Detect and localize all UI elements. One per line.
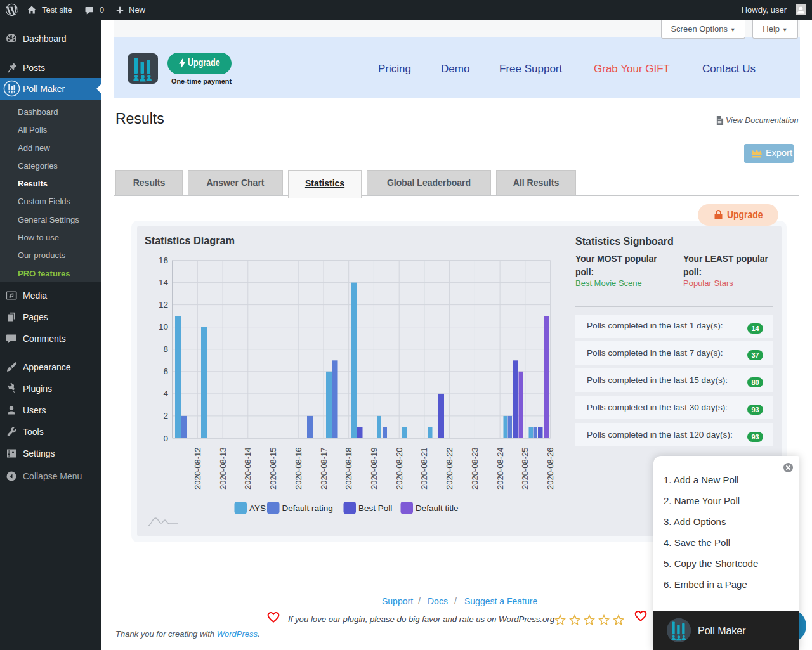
svg-text:4: 4: [163, 389, 168, 398]
svg-text:2: 2: [163, 411, 168, 420]
svg-text:2020-08-16: 2020-08-16: [294, 448, 303, 490]
svg-text:Default title: Default title: [416, 504, 459, 513]
svg-text:2020-08-18: 2020-08-18: [344, 448, 353, 490]
svg-text:2020-08-25: 2020-08-25: [520, 448, 530, 490]
svg-text:0: 0: [163, 434, 168, 443]
svg-text:2020-08-26: 2020-08-26: [546, 448, 555, 490]
svg-text:2020-08-12: 2020-08-12: [193, 448, 202, 490]
svg-text:2020-08-21: 2020-08-21: [419, 448, 429, 490]
svg-text:Best Poll: Best Poll: [358, 504, 392, 513]
svg-text:2020-08-15: 2020-08-15: [268, 448, 278, 490]
svg-text:10: 10: [159, 322, 168, 332]
svg-text:2020-08-20: 2020-08-20: [395, 448, 404, 490]
svg-text:Default rating: Default rating: [282, 504, 333, 513]
svg-text:14: 14: [159, 278, 169, 287]
svg-text:2020-08-17: 2020-08-17: [319, 448, 329, 490]
svg-text:2020-08-22: 2020-08-22: [445, 448, 454, 490]
svg-text:16: 16: [159, 256, 168, 265]
svg-text:6: 6: [163, 367, 168, 376]
svg-text:12: 12: [159, 300, 168, 309]
svg-text:AYS: AYS: [249, 504, 266, 513]
svg-text:8: 8: [163, 344, 168, 354]
svg-text:2020-08-23: 2020-08-23: [470, 448, 480, 490]
svg-text:2020-08-13: 2020-08-13: [218, 448, 228, 490]
svg-text:2020-08-14: 2020-08-14: [243, 448, 252, 490]
svg-text:2020-08-24: 2020-08-24: [495, 448, 505, 490]
svg-text:2020-08-19: 2020-08-19: [369, 448, 379, 490]
